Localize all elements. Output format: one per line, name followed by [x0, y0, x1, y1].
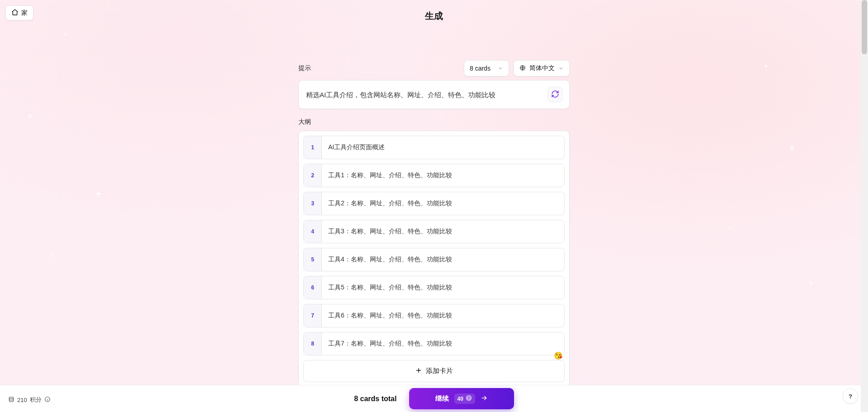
outline-item[interactable]: 3工具2：名称、网址、介绍、特色、功能比较 — [303, 192, 565, 215]
credits-amount: 210 — [17, 397, 27, 403]
home-button[interactable]: 家 — [5, 5, 33, 20]
continue-button[interactable]: 继续 40 — [409, 388, 514, 409]
outline-item-text[interactable]: AI工具介绍页面概述 — [322, 136, 564, 159]
credits-icon — [8, 396, 14, 404]
home-icon — [11, 9, 19, 17]
add-card-label: 添加卡片 — [426, 367, 453, 375]
outline-item[interactable]: 1AI工具介绍页面概述 — [303, 136, 565, 159]
credits-unit: 积分 — [30, 396, 42, 404]
cards-total-text: 8 cards total — [354, 395, 396, 403]
outline-item-text[interactable]: 工具4：名称、网址、介绍、特色、功能比较 — [322, 248, 564, 271]
home-label: 家 — [21, 9, 28, 17]
reaction-emoji: 😘 — [554, 352, 563, 360]
outline-item[interactable]: 2工具1：名称、网址、介绍、特色、功能比较 — [303, 164, 565, 187]
credits-icon — [465, 394, 472, 403]
credits-balance[interactable]: 210 积分 — [8, 396, 51, 404]
plus-icon — [415, 367, 422, 375]
outline-item-text[interactable]: 工具2：名称、网址、介绍、特色、功能比较 — [322, 192, 564, 215]
outline-item-text[interactable]: 工具3：名称、网址、介绍、特色、功能比较 — [322, 220, 564, 243]
outline-item-number: 8 — [304, 332, 322, 355]
continue-cost-badge: 40 — [454, 393, 475, 404]
outline-item[interactable]: 8工具7：名称、网址、介绍、特色、功能比较 — [303, 332, 565, 355]
language-select[interactable]: 简体中文 — [514, 60, 570, 76]
outline-item[interactable]: 7工具6：名称、网址、介绍、特色、功能比较 — [303, 304, 565, 327]
arrow-right-icon — [481, 394, 488, 403]
prompt-input[interactable] — [305, 89, 543, 100]
outline-item-text[interactable]: 工具1：名称、网址、介绍、特色、功能比较 — [322, 164, 564, 187]
refresh-icon — [551, 90, 559, 99]
svg-point-2 — [467, 397, 470, 399]
outline-item-number: 4 — [304, 220, 322, 243]
outline-item-number: 1 — [304, 136, 322, 159]
outline-section-label: 大纲 — [298, 118, 570, 126]
prompt-card — [298, 80, 570, 109]
chevron-down-icon — [558, 66, 564, 71]
scrollbar-thumb[interactable] — [862, 0, 867, 54]
cards-count-value: 8 cards — [470, 65, 491, 72]
help-label: ? — [849, 393, 852, 400]
add-card-button[interactable]: 添加卡片 — [303, 360, 565, 382]
chevron-down-icon — [498, 66, 503, 71]
svg-point-1 — [466, 396, 471, 401]
page-title: 生成 — [0, 0, 868, 28]
continue-cost-value: 40 — [457, 396, 463, 402]
outline-item-text[interactable]: 工具5：名称、网址、介绍、特色、功能比较 — [322, 276, 564, 299]
language-value: 简体中文 — [529, 64, 555, 72]
cards-count-select[interactable]: 8 cards — [464, 60, 509, 76]
svg-point-3 — [9, 397, 13, 398]
prompt-section-label: 提示 — [298, 64, 311, 72]
outline-list: 1AI工具介绍页面概述2工具1：名称、网址、介绍、特色、功能比较3工具2：名称、… — [298, 131, 570, 385]
outline-item-text[interactable]: 工具6：名称、网址、介绍、特色、功能比较 — [322, 304, 564, 327]
outline-item-number: 7 — [304, 304, 322, 327]
regenerate-button[interactable] — [547, 87, 563, 102]
page-scrollbar[interactable] — [861, 0, 868, 412]
main-scroll-region[interactable]: 生成 提示 8 cards 简体中文 — [0, 0, 868, 385]
outline-item-number: 5 — [304, 248, 322, 271]
outline-item-number: 3 — [304, 192, 322, 215]
continue-label: 继续 — [435, 394, 449, 403]
outline-item[interactable]: 6工具5：名称、网址、介绍、特色、功能比较 — [303, 276, 565, 299]
outline-item[interactable]: 4工具3：名称、网址、介绍、特色、功能比较 — [303, 220, 565, 243]
outline-item[interactable]: 5工具4：名称、网址、介绍、特色、功能比较 — [303, 248, 565, 271]
help-button[interactable]: ? — [843, 388, 858, 404]
outline-item-text[interactable]: 工具7：名称、网址、介绍、特色、功能比较 — [322, 332, 564, 355]
outline-item-number: 6 — [304, 276, 322, 299]
footer-bar: 8 cards total 继续 40 — [0, 385, 868, 412]
outline-item-number: 2 — [304, 164, 322, 187]
info-icon — [44, 396, 51, 404]
globe-icon — [519, 65, 526, 72]
